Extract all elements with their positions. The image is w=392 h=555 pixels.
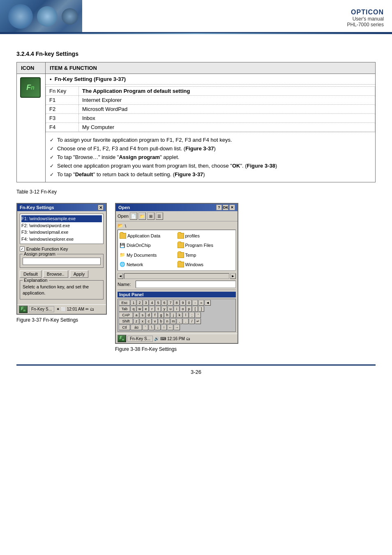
file-item-appdata[interactable]: Application Data [120, 232, 176, 240]
key-o[interactable]: o [180, 306, 186, 312]
key-f[interactable]: f [152, 312, 158, 318]
key-u[interactable]: u [168, 306, 173, 312]
key-0[interactable]: 0 [186, 300, 192, 306]
key-slash[interactable]: / [189, 318, 195, 324]
key-p[interactable]: p [186, 306, 192, 312]
key-n[interactable]: n [164, 318, 170, 324]
icon-cell: Fn [17, 74, 46, 182]
main-table: ICON ITEM & FUNCTION Fn • Fn-Key Setting… [16, 62, 376, 182]
apply-button[interactable]: Apply [70, 270, 89, 278]
key-m[interactable]: m [171, 318, 176, 324]
file-item-network[interactable]: 🌐 Network [120, 260, 176, 269]
open-help-button[interactable]: ? [216, 205, 222, 210]
key-semicolon[interactable]: ; [189, 312, 195, 318]
key-d[interactable]: d [146, 312, 152, 318]
toolbar-doc-icon[interactable]: 📄 [130, 212, 137, 220]
open-taskbar-start-icon[interactable]: Fn [118, 335, 126, 342]
key-k[interactable]: k [177, 312, 182, 318]
key-e[interactable]: e [143, 306, 149, 312]
key-h[interactable]: h [164, 312, 170, 318]
key-up[interactable]: ↑ [161, 325, 167, 330]
key-equals[interactable]: = [198, 300, 204, 306]
key-y[interactable]: y [161, 306, 167, 312]
key-shift[interactable]: Shift [119, 318, 133, 324]
fnkey-list-item-f4[interactable]: F4: \windows\explorer.exe [21, 236, 102, 243]
key-q[interactable]: q [131, 306, 136, 312]
key-7[interactable]: 7 [168, 300, 173, 306]
toolbar-list-icon[interactable]: ☰ [156, 212, 163, 220]
fnkey-list-item-f1[interactable]: F1: \windows\iesample.exe [21, 215, 102, 222]
file-item-programfiles[interactable]: Program Files [178, 241, 234, 249]
file-item-temp[interactable]: Temp [178, 251, 234, 259]
key-enter[interactable]: ↵ [195, 318, 201, 324]
fnkey-taskbar-item[interactable]: Fn-Key S... [29, 306, 54, 312]
open-ok-button[interactable]: OK [223, 205, 228, 210]
key-c[interactable]: c [146, 318, 152, 324]
key-6[interactable]: 6 [161, 300, 167, 306]
key-backspace[interactable]: ◄ [205, 300, 211, 306]
key-auu[interactable]: áü [131, 325, 142, 330]
key-w[interactable]: w [137, 306, 143, 312]
key-x[interactable]: x [140, 318, 145, 324]
key-comma[interactable]: , [177, 318, 182, 324]
open-folder-icon: 📂 [118, 223, 123, 228]
key-9[interactable]: 9 [180, 300, 186, 306]
key-i[interactable]: i [174, 306, 180, 312]
fnkey-close-button[interactable]: ✕ [98, 205, 104, 210]
assign-program-group: Assign program [20, 254, 104, 268]
key-down[interactable]: ↓ [155, 325, 161, 330]
keyboard-row-3: CAP a s d f g h j k l ; ' [119, 312, 235, 318]
key-1[interactable]: 1 [131, 300, 136, 306]
toolbar-grid-icon[interactable]: ⊞ [147, 212, 154, 220]
fnkey-list-item-f2[interactable]: F2: \windows\pword.exe [21, 222, 102, 229]
key-esc[interactable]: Esc [119, 300, 130, 306]
scroll-left-button[interactable]: ◄ [118, 273, 123, 279]
key-8[interactable]: 8 [174, 300, 180, 306]
file-item-windows[interactable]: Windows [178, 260, 234, 269]
name-input[interactable] [136, 281, 236, 288]
enable-function-key-checkbox[interactable]: ✓ [20, 246, 25, 251]
assign-program-input[interactable] [23, 258, 101, 265]
key-2[interactable]: 2 [137, 300, 143, 306]
key-t[interactable]: t [155, 306, 161, 312]
open-taskbar-item[interactable]: Fn-Key S... [127, 336, 153, 342]
key-5[interactable]: 5 [155, 300, 161, 306]
key-j[interactable]: j [171, 312, 176, 318]
key-cap[interactable]: CAP [119, 312, 133, 318]
key-g[interactable]: g [158, 312, 164, 318]
key-ctrl[interactable]: Ctl [119, 325, 130, 330]
file-item-profiles[interactable]: profiles [178, 232, 234, 240]
fn-key-row-f1: F1 Internet Explorer [46, 96, 375, 105]
scroll-right-button[interactable]: ► [230, 273, 236, 279]
file-item-diskonchip[interactable]: 💾 DiskOnChip [120, 241, 176, 249]
key-quote[interactable]: ' [195, 312, 201, 318]
fn-key-row-f3: F3 Inbox [46, 114, 375, 123]
key-tab[interactable]: Tab [119, 306, 130, 312]
key-r[interactable]: r [149, 306, 155, 312]
key-a[interactable]: a [134, 312, 139, 318]
key-left[interactable]: ← [167, 325, 173, 330]
key-lbracket[interactable]: [ [192, 306, 198, 312]
fnkey-list-item-f3[interactable]: F3: \windows\pmail.exe [21, 229, 102, 236]
key-z[interactable]: z [134, 318, 139, 324]
default-button[interactable]: Default [20, 270, 42, 278]
toolbar-folder-icon[interactable]: 📁 [138, 212, 146, 220]
key-right[interactable]: → [174, 325, 180, 330]
key-backslash[interactable]: \ [149, 325, 154, 330]
file-item-mydocs[interactable]: 📁 My Documents [120, 251, 176, 259]
fn-key-row-f2: F2 Microsoft WordPad [46, 105, 375, 114]
key-period[interactable]: . [183, 318, 189, 324]
key-rbracket[interactable]: ] [198, 306, 204, 312]
open-close-button[interactable]: ✕ [229, 205, 235, 210]
key-l[interactable]: l [183, 312, 189, 318]
key-minus[interactable]: - [192, 300, 198, 306]
key-v[interactable]: v [152, 318, 158, 324]
key-backtick[interactable]: ` [143, 325, 148, 330]
key-3[interactable]: 3 [143, 300, 149, 306]
key-4[interactable]: 4 [149, 300, 155, 306]
key-s[interactable]: s [140, 312, 145, 318]
key-b[interactable]: b [158, 318, 164, 324]
brand-name: OPTICON [351, 9, 384, 16]
browse-button[interactable]: Browse.. [43, 270, 68, 278]
taskbar-start-icon[interactable]: Fn [19, 306, 28, 313]
